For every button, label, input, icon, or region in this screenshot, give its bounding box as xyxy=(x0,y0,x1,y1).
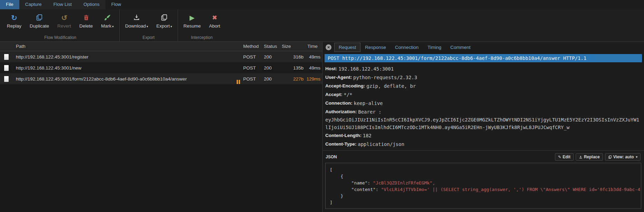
close-detail-icon[interactable]: ✕ xyxy=(326,44,331,50)
caret-down-icon: ▾ xyxy=(170,25,172,28)
menu-tab-file[interactable]: File xyxy=(0,0,19,9)
toolbar: ↻ Replay Duplicate ↺ Revert xyxy=(0,9,644,41)
download-icon xyxy=(133,12,140,23)
header-content-length[interactable]: Content-Length182 xyxy=(325,131,641,140)
document-icon xyxy=(4,65,9,71)
duplicate-icon xyxy=(36,12,43,23)
flow-row-register[interactable]: http://192.168.122.45:3001/register POST… xyxy=(0,51,322,62)
menu-tab-flow-list[interactable]: Flow List xyxy=(48,0,78,9)
tab-connection[interactable]: Connection xyxy=(390,43,423,52)
resume-button[interactable]: ▶ Resume xyxy=(179,12,205,29)
column-header-size[interactable]: Size xyxy=(280,44,305,49)
json-body-viewer[interactable]: [ { "name": "JcBl3QZDInlzFRfeEGMk", "con… xyxy=(325,163,641,209)
menu-bar: File Capture Flow List Options Flow xyxy=(0,0,644,9)
flow-detail-panel: ✕ Request Response Connection Timing Com… xyxy=(323,42,644,212)
column-header-status[interactable]: Status xyxy=(259,44,280,49)
header-user-agent[interactable]: User-Agentpython-requests/2.32.3 xyxy=(325,73,641,82)
column-header-method[interactable]: Method xyxy=(234,44,259,49)
column-header-time[interactable]: Time xyxy=(305,44,320,49)
toolbar-group-interception: ▶ Resume ✖ Abort Interception xyxy=(178,9,226,41)
menu-tab-options[interactable]: Options xyxy=(78,0,106,9)
view-pages-icon xyxy=(608,155,612,159)
tab-response[interactable]: Response xyxy=(360,43,390,52)
caret-down-icon: ▾ xyxy=(636,155,637,159)
revert-icon: ↺ xyxy=(61,12,67,23)
menu-bar-filler xyxy=(127,0,644,9)
caret-down-icon: ▾ xyxy=(147,25,148,28)
header-connection[interactable]: Connectionkeep-alive xyxy=(325,99,641,107)
intercept-pause-icon xyxy=(237,80,240,84)
header-authorization[interactable]: AuthorizationBearer : eyJhbGciOiJIUzI1Ni… xyxy=(325,107,641,131)
menu-tab-capture[interactable]: Capture xyxy=(19,0,48,9)
edit-body-button[interactable]: ✎ Edit xyxy=(555,153,574,161)
toolbar-group-flow-modification: ↻ Replay Duplicate ↺ Revert xyxy=(1,9,119,41)
delete-button[interactable]: Delete xyxy=(75,12,97,29)
tab-comment[interactable]: Comment xyxy=(446,43,475,52)
request-headers: Host192.168.122.45:3001 User-Agentpython… xyxy=(323,62,644,148)
abort-button[interactable]: ✖ Abort xyxy=(205,12,224,29)
detail-tab-bar: ✕ Request Response Connection Timing Com… xyxy=(323,42,644,53)
request-body-section: JSON ✎ Edit Replace xyxy=(323,150,644,209)
request-line[interactable]: POST http://192.168.122.45:3001/form/212… xyxy=(325,54,642,62)
mark-button[interactable]: Mark▾ xyxy=(97,12,118,29)
export-copy-icon xyxy=(160,12,168,23)
revert-button[interactable]: ↺ Revert xyxy=(53,12,75,29)
flow-list-panel: Path Method Status Size Time http://192.… xyxy=(0,42,323,212)
tab-timing[interactable]: Timing xyxy=(423,43,446,52)
flow-row-answer-intercepted[interactable]: http://192.168.122.45:3001/form/2122abcc… xyxy=(0,73,322,84)
replay-icon: ↻ xyxy=(11,12,17,23)
document-icon xyxy=(4,54,9,60)
body-format-label: JSON xyxy=(326,155,337,159)
menu-tab-flow[interactable]: Flow xyxy=(106,0,127,9)
group-caption-flow-modification: Flow Modification xyxy=(3,34,118,41)
toolbar-group-export: Download▾ Export▾ Export xyxy=(119,9,178,41)
flow-list-header: Path Method Status Size Time xyxy=(0,42,322,51)
view-mode-button[interactable]: View: auto ▾ xyxy=(605,153,641,161)
abort-x-icon: ✖ xyxy=(212,12,217,23)
group-caption-export: Export xyxy=(121,34,176,41)
header-content-type[interactable]: Content-Typeapplication/json xyxy=(325,140,641,148)
edit-icon: ✎ xyxy=(558,155,561,159)
download-button[interactable]: Download▾ xyxy=(121,12,152,29)
caret-down-icon: ▾ xyxy=(112,25,114,28)
header-host[interactable]: Host192.168.122.45:3001 xyxy=(325,64,641,73)
resume-play-icon: ▶ xyxy=(190,12,195,23)
column-header-path[interactable]: Path xyxy=(12,44,234,49)
upload-icon xyxy=(579,155,583,159)
delete-trash-icon xyxy=(83,12,90,23)
jwt-token: eyJhbGciOiJIUzI1NiIsInR5cCI6IkpXVCJ9.eyJ… xyxy=(325,116,640,131)
header-accept[interactable]: Accept*/* xyxy=(325,90,641,99)
export-button[interactable]: Export▾ xyxy=(152,12,176,29)
document-icon xyxy=(4,76,9,82)
flow-row-new[interactable]: http://192.168.122.45:3001/new POST 200 … xyxy=(0,62,322,73)
replay-button[interactable]: ↻ Replay xyxy=(3,12,26,29)
group-caption-interception: Interception xyxy=(179,34,225,41)
main-area: Path Method Status Size Time http://192.… xyxy=(0,41,644,212)
mark-brush-icon xyxy=(103,12,111,23)
duplicate-button[interactable]: Duplicate xyxy=(26,12,53,29)
tab-request[interactable]: Request xyxy=(334,43,360,52)
replace-body-button[interactable]: Replace xyxy=(576,153,603,161)
header-accept-encoding[interactable]: Accept-Encodinggzip, deflate, br xyxy=(325,82,641,90)
